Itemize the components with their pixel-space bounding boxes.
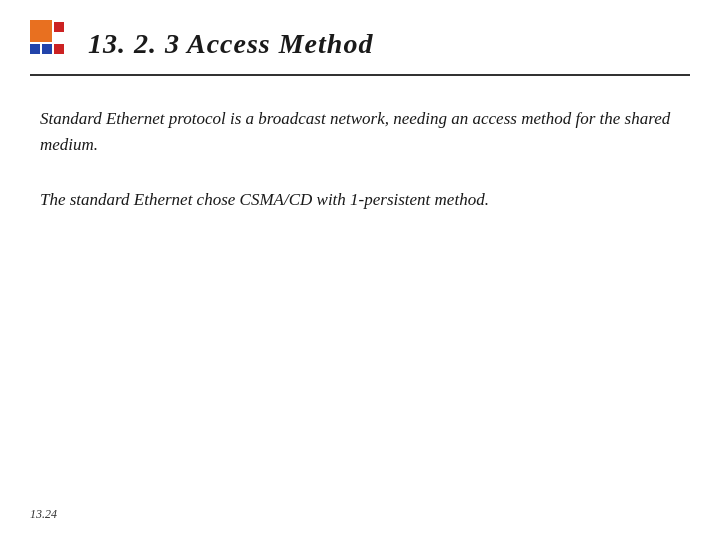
paragraph-1: Standard Ethernet protocol is a broadcas… xyxy=(40,106,680,159)
paragraph-2: The standard Ethernet chose CSMA/CD with… xyxy=(40,187,680,213)
svg-rect-2 xyxy=(30,44,40,54)
footer-area: 13.24 xyxy=(30,504,57,522)
svg-rect-0 xyxy=(30,20,52,42)
page-title: 13. 2. 3 Access Method xyxy=(88,28,373,60)
header-area: 13. 2. 3 Access Method xyxy=(30,20,690,76)
svg-rect-3 xyxy=(42,44,52,54)
svg-rect-4 xyxy=(54,44,64,54)
logo-icon xyxy=(30,20,78,68)
slide-number: 13.24 xyxy=(30,507,57,521)
svg-rect-1 xyxy=(54,22,64,32)
slide-container: 13. 2. 3 Access Method Standard Ethernet… xyxy=(0,0,720,540)
content-area: Standard Ethernet protocol is a broadcas… xyxy=(30,106,690,213)
